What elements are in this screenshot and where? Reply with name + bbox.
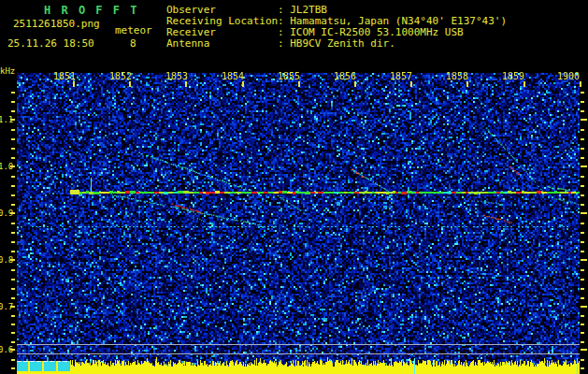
time-tick-label-1851: 1851	[52, 71, 77, 81]
freq-major-tick-right	[581, 259, 587, 261]
spectrogram-canvas	[17, 70, 580, 374]
time-tick	[129, 81, 131, 87]
freq-minor-tick-left	[11, 157, 15, 159]
freq-minor-tick-right	[581, 204, 584, 206]
freq-minor-tick-right	[581, 251, 584, 252]
freq-major-tick-right	[581, 349, 587, 351]
freq-minor-tick-left	[11, 241, 15, 243]
freq-minor-tick-right	[581, 148, 584, 150]
freq-minor-tick-left	[11, 288, 15, 290]
freq-minor-tick-left	[11, 148, 15, 150]
freq-minor-tick-right	[581, 194, 584, 196]
freq-minor-tick-left	[11, 359, 15, 361]
freq-major-tick-right	[581, 306, 587, 308]
freq-minor-tick-right	[581, 232, 584, 234]
freq-minor-tick-left	[11, 332, 15, 334]
freq-minor-tick-right	[581, 279, 584, 280]
freq-major-tick-right	[581, 165, 587, 167]
time-tick-label-1858: 1858	[445, 71, 469, 81]
freq-minor-tick-right	[581, 129, 584, 131]
freq-minor-tick-left	[11, 279, 15, 280]
time-tick-label-1859: 1859	[501, 71, 525, 81]
freq-minor-tick-left	[11, 138, 15, 140]
freq-minor-tick-left	[11, 110, 15, 112]
freq-major-tick-left	[10, 165, 15, 167]
mode-label: meteor	[115, 25, 152, 36]
freq-major-tick-right	[581, 119, 587, 121]
time-tick-label-1857: 1857	[389, 71, 413, 81]
freq-minor-tick-right	[581, 332, 584, 334]
freq-minor-tick-left	[11, 129, 15, 131]
freq-minor-tick-left	[11, 269, 15, 271]
freq-minor-tick-left	[11, 92, 15, 94]
freq-minor-tick-right	[581, 324, 584, 325]
time-tick-label-1855: 1855	[277, 71, 301, 81]
freq-minor-tick-right	[581, 269, 584, 271]
time-tick-label-1854: 1854	[221, 71, 245, 81]
time-tick	[523, 81, 525, 87]
time-tick	[410, 81, 412, 87]
freq-major-tick-left	[10, 306, 15, 308]
output-filename: 2511261850.png	[13, 19, 100, 30]
freq-minor-tick-left	[11, 232, 15, 234]
time-tick	[580, 81, 581, 87]
time-tick	[354, 81, 356, 87]
freq-minor-tick-left	[11, 185, 15, 187]
freq-minor-tick-left	[11, 223, 15, 224]
freq-minor-tick-left	[11, 297, 15, 299]
time-tick	[73, 81, 75, 87]
info-value: : HB9CV Zenith dir.	[278, 37, 395, 50]
freq-minor-tick-right	[581, 359, 584, 361]
freq-minor-tick-left	[11, 251, 15, 252]
freq-minor-tick-right	[581, 241, 584, 243]
time-tick	[185, 81, 187, 87]
time-tick-label-1853: 1853	[165, 71, 189, 81]
hrofft-spectrogram-screen: H R O F F T 2511261850.png meteor 25.11.…	[0, 0, 588, 374]
freq-minor-tick-right	[581, 341, 584, 343]
freq-minor-tick-right	[581, 157, 584, 159]
freq-minor-tick-left	[11, 176, 15, 178]
freq-minor-tick-left	[11, 194, 15, 196]
time-tick	[242, 81, 244, 87]
info-row-antenna: Antenna: HB9CV Zenith dir.	[166, 38, 395, 50]
freq-minor-tick-right	[581, 138, 584, 140]
freq-minor-tick-right	[581, 315, 584, 317]
freq-minor-tick-right	[581, 110, 584, 112]
freq-minor-tick-right	[581, 288, 584, 290]
freq-minor-tick-left	[11, 315, 15, 317]
time-tick	[466, 81, 468, 87]
app-title: H R O F F T	[44, 4, 138, 17]
freq-minor-tick-right	[581, 92, 584, 94]
time-tick-label-1900: 1900	[556, 71, 581, 81]
freq-minor-tick-right	[581, 223, 584, 224]
freq-major-tick-left	[10, 212, 15, 214]
datetime-label: 25.11.26 18:50	[7, 38, 94, 50]
freq-minor-tick-right	[581, 176, 584, 178]
time-tick-label-1856: 1856	[333, 71, 357, 81]
freq-major-tick-left	[10, 259, 15, 261]
freq-minor-tick-right	[581, 101, 584, 103]
freq-minor-tick-left	[11, 204, 15, 206]
freq-major-tick-left	[10, 119, 15, 121]
freq-minor-tick-left	[11, 324, 15, 325]
freq-minor-tick-right	[581, 297, 584, 299]
freq-minor-tick-right	[581, 185, 584, 187]
khz-axis-unit-label: kHz	[0, 66, 15, 76]
time-tick-label-1852: 1852	[108, 71, 133, 81]
freq-minor-tick-left	[11, 341, 15, 343]
freq-minor-tick-left	[11, 101, 15, 103]
freq-minor-tick-left	[11, 367, 15, 369]
meteor-count: 8	[130, 38, 136, 50]
freq-major-tick-left	[10, 349, 15, 351]
info-label: Antenna	[166, 38, 278, 50]
freq-major-tick-right	[581, 212, 587, 214]
time-tick	[298, 81, 300, 87]
freq-minor-tick-right	[581, 367, 584, 369]
